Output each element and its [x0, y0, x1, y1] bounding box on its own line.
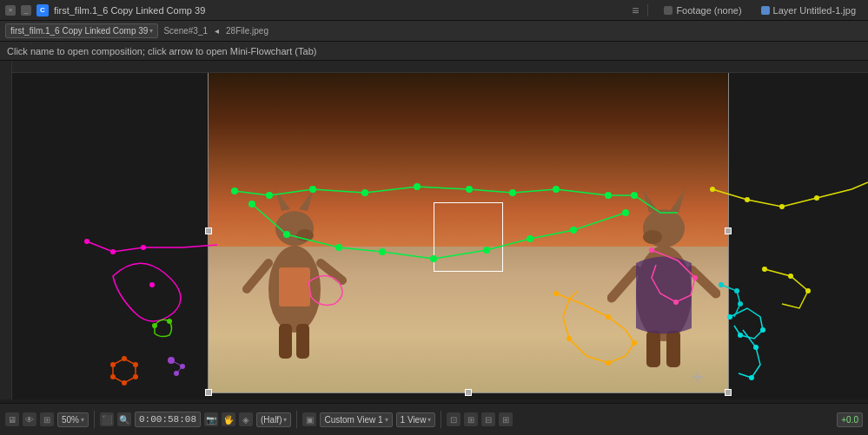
composition-title: first_film.1_6 Copy Linked Comp 39	[54, 5, 626, 16]
separator-1	[94, 411, 95, 428]
camera-view-icon[interactable]: 👁	[23, 412, 36, 426]
camera-icon[interactable]: 📷	[204, 412, 218, 426]
handle-bottom-left[interactable]	[205, 389, 212, 396]
handle-bottom-right[interactable]	[725, 389, 732, 396]
puppet-icon[interactable]: 🖐	[222, 412, 235, 426]
minimize-icon[interactable]: _	[21, 5, 31, 16]
quality-chevron-icon: ▾	[283, 416, 287, 424]
quality-text: (Half)	[261, 415, 282, 425]
left-ruler	[0, 61, 12, 399]
view-count-button[interactable]: 1 View ▾	[396, 412, 436, 427]
zoom-button[interactable]: 50% ▾	[57, 412, 89, 427]
left-panel	[0, 61, 208, 399]
timecode-display[interactable]: 0:00:58:08	[135, 412, 201, 427]
toolbar-row: first_film.1_6 Copy Linked Comp 39 ▾ Sce…	[0, 21, 868, 42]
view-count-chevron-icon: ▾	[427, 416, 431, 424]
comp-dropdown[interactable]: first_film.1_6 Copy Linked Comp 39 ▾	[5, 23, 158, 38]
separator	[647, 4, 648, 16]
monitor-icon[interactable]: 🖥	[5, 412, 19, 426]
tooltip-text: Click name to open composition; click ar…	[7, 46, 316, 56]
3d-icon[interactable]: ◈	[239, 412, 253, 426]
close-icon[interactable]: ×	[5, 5, 16, 16]
timecode-text: 0:00:58:08	[139, 414, 196, 425]
offset-button[interactable]: +0.0	[837, 412, 863, 427]
zoom-chevron-icon: ▾	[81, 416, 84, 424]
view-mode-text: Custom View 1	[324, 415, 382, 425]
tab-dot	[664, 6, 673, 15]
layout-icon[interactable]: ⊟	[481, 412, 495, 426]
magnifier-icon[interactable]: 🔍	[117, 412, 131, 426]
panel-menu-icon[interactable]: ≡	[632, 3, 639, 17]
title-bar: × _ C first_film.1_6 Copy Linked Comp 39…	[0, 0, 868, 21]
view-mode-button[interactable]: Custom View 1 ▾	[320, 412, 392, 427]
grid-icon[interactable]: ⊞	[40, 412, 54, 426]
comp-frame	[208, 68, 729, 393]
top-ruler	[12, 61, 868, 73]
tab-footage[interactable]: Footage (none)	[657, 3, 748, 17]
separator-2	[296, 411, 297, 428]
comp-icon: C	[36, 4, 49, 16]
arrow-left-icon[interactable]: ◂	[213, 26, 221, 36]
comp-dropdown-text: first_film.1_6 Copy Linked Comp 39	[10, 26, 148, 36]
chevron-down-icon: ▾	[149, 27, 153, 35]
tab-dot-layer	[761, 6, 770, 15]
channels-icon[interactable]: ⊞	[464, 412, 478, 426]
status-bar: 🖥 👁 ⊞ 50% ▾ ⬛ 🔍 0:00:58:08 📷 🖐 ◈ (Half) …	[0, 403, 868, 435]
scene-label: Scene#3_1	[162, 26, 209, 36]
view-mode-chevron-icon: ▾	[385, 416, 388, 424]
tooltip-bar: Click name to open composition; click ar…	[0, 42, 868, 61]
resolution-icon[interactable]: ⬛	[100, 412, 114, 426]
main-area: ✛	[0, 61, 868, 399]
handle-middle-left[interactable]	[205, 227, 212, 234]
quality-button[interactable]: (Half) ▾	[256, 412, 291, 427]
view-count-text: 1 View	[401, 415, 427, 425]
zoom-value: 50%	[62, 415, 79, 425]
render-icon[interactable]: ⊡	[447, 412, 461, 426]
view-layout-icon[interactable]: ▣	[302, 412, 316, 426]
right-panel	[731, 61, 868, 399]
separator-3	[441, 411, 441, 428]
tab-layer[interactable]: Layer Untitled-1.jpg	[754, 3, 863, 17]
file-label: 28File.jpeg	[224, 26, 270, 36]
offset-text: +0.0	[841, 415, 858, 425]
composition-icon[interactable]: ⊞	[499, 412, 513, 426]
handle-middle-right[interactable]	[725, 227, 732, 234]
handle-bottom-center[interactable]	[465, 389, 472, 396]
